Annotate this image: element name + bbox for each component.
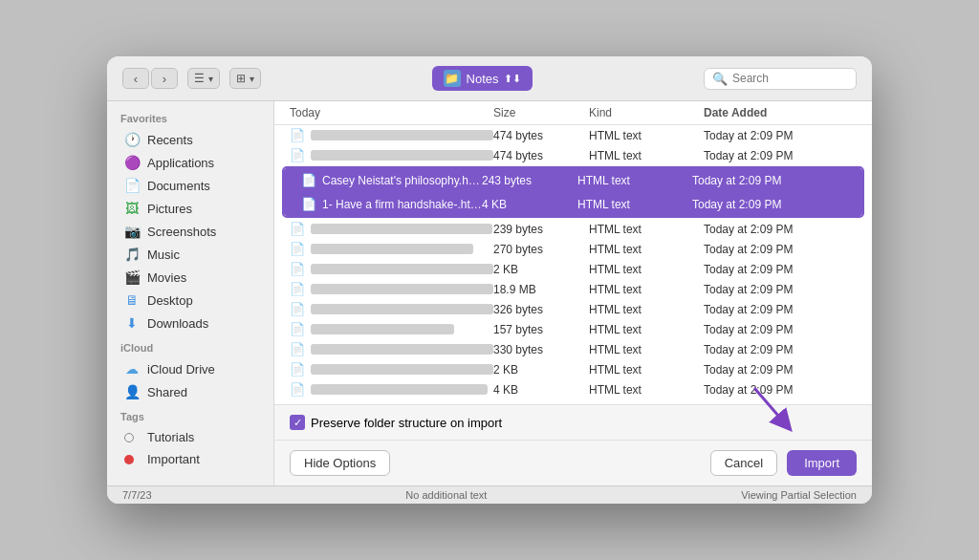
- file-name-blurred: [311, 130, 493, 140]
- file-kind: HTML text: [589, 363, 704, 377]
- list-item[interactable]: 📄 2 KB HTML text Today at 2:09 PM: [274, 259, 872, 279]
- list-item[interactable]: 📄 474 bytes HTML text Today at 2:09 PM: [274, 125, 872, 145]
- file-icon: 📄: [290, 342, 305, 356]
- file-kind: HTML text: [577, 174, 692, 187]
- list-icon: ☰: [194, 72, 205, 85]
- sidebar: Favorites 🕐 Recents 🟣 Applications 📄 Doc…: [107, 101, 274, 485]
- file-size: 239 bytes: [493, 223, 589, 236]
- file-size: 2 KB: [493, 363, 589, 377]
- sidebar-item-music[interactable]: 🎵 Music: [111, 243, 270, 266]
- list-item[interactable]: 📄 4 KB HTML text Today at 2:09 PM: [274, 379, 872, 399]
- search-input[interactable]: [732, 72, 848, 85]
- status-selection: Viewing Partial Selection: [741, 489, 857, 501]
- status-date: 7/7/23: [122, 489, 152, 501]
- file-list-body: 📄 474 bytes HTML text Today at 2:09 PM 📄…: [274, 125, 872, 404]
- sidebar-item-screenshots[interactable]: 📷 Screenshots: [111, 220, 270, 243]
- preserve-checkbox[interactable]: ✓: [290, 415, 305, 430]
- file-icon: 📄: [290, 148, 305, 162]
- file-name-blurred: [311, 264, 493, 274]
- file-date: Today at 2:09 PM: [704, 129, 857, 142]
- file-size: 474 bytes: [493, 129, 589, 142]
- file-size: 157 bytes: [493, 323, 589, 336]
- col-kind: Kind: [589, 106, 704, 119]
- file-size: 2 KB: [493, 263, 589, 276]
- file-size: 270 bytes: [493, 243, 589, 256]
- list-item[interactable]: 📄 2 KB HTML text Today at 2:09 PM: [274, 359, 872, 379]
- file-name-blurred: [311, 150, 493, 161]
- file-size: 330 bytes: [493, 343, 589, 356]
- list-item[interactable]: 📄 157 bytes HTML text Today at 2:09 PM: [274, 319, 872, 339]
- file-list-header: Today Size Kind Date Added: [274, 101, 872, 125]
- forward-button[interactable]: ›: [151, 68, 178, 89]
- import-button[interactable]: Import: [787, 450, 857, 476]
- file-name: 1- Have a firm handshake-.html: [322, 198, 482, 211]
- sidebar-item-recents-label: Recents: [147, 133, 193, 147]
- list-item[interactable]: 📄 474 bytes HTML text Today at 2:09 PM: [274, 145, 872, 165]
- file-kind: HTML text: [589, 263, 704, 276]
- file-name-cell: 📄: [290, 282, 493, 296]
- file-name-blurred: [311, 224, 492, 234]
- sidebar-item-movies[interactable]: 🎬 Movies: [111, 266, 270, 289]
- file-kind: HTML text: [589, 343, 704, 356]
- desktop-icon: 🖥: [124, 292, 140, 308]
- sidebar-item-icloud-drive[interactable]: ☁ iCloud Drive: [111, 357, 270, 380]
- location-chevron-icon: ⬆⬇: [504, 73, 521, 85]
- location-pill[interactable]: 📁 Notes ⬆⬇: [432, 66, 533, 91]
- status-bar: 7/7/23 No additional text Viewing Partia…: [107, 485, 872, 504]
- file-icon: 📄: [290, 222, 305, 236]
- file-date: Today at 2:09 PM: [704, 363, 857, 377]
- recents-icon: 🕐: [124, 132, 140, 147]
- file-date: Today at 2:09 PM: [704, 223, 857, 236]
- file-kind: HTML text: [589, 243, 704, 256]
- file-icon: 📄: [290, 128, 305, 142]
- hide-options-button[interactable]: Hide Options: [290, 450, 390, 476]
- sidebar-item-applications[interactable]: 🟣 Applications: [111, 151, 270, 174]
- list-item[interactable]: 📄 1- Have a firm handshake-.html 4 KB HT…: [284, 192, 862, 216]
- file-icon: 📄: [290, 362, 305, 377]
- file-date: Today at 2:09 PM: [692, 198, 845, 211]
- cancel-button[interactable]: Cancel: [710, 450, 777, 476]
- selection-border: 📄 Casey Neistat's philosophy.html 243 by…: [282, 166, 864, 218]
- sidebar-item-downloads[interactable]: ⬇ Downloads: [111, 312, 270, 334]
- list-item[interactable]: 📄 330 bytes HTML text Today at 2:09 PM: [274, 339, 872, 359]
- file-name-cell: 📄: [290, 302, 493, 316]
- icloud-section: iCloud ☁ iCloud Drive 👤 Shared: [107, 340, 273, 403]
- sidebar-item-tutorials[interactable]: Tutorials: [111, 426, 270, 448]
- status-note: No additional text: [405, 489, 487, 501]
- file-kind: HTML text: [589, 323, 704, 336]
- sidebar-item-pictures[interactable]: 🖼 Pictures: [111, 197, 270, 220]
- action-bar: Hide Options Cancel Import: [274, 440, 872, 485]
- sidebar-item-shared[interactable]: 👤 Shared: [111, 380, 270, 403]
- favorites-section: Favorites 🕐 Recents 🟣 Applications 📄 Doc…: [107, 111, 273, 334]
- file-name-cell: 📄: [290, 148, 493, 162]
- sidebar-item-icloud-label: iCloud Drive: [147, 362, 215, 377]
- back-button[interactable]: ‹: [122, 68, 149, 89]
- list-item[interactable]: 📄 239 bytes HTML text Today at 2:09 PM: [274, 219, 872, 239]
- file-name: Casey Neistat's philosophy.html: [322, 174, 482, 187]
- list-item[interactable]: 📄 18.9 MB HTML text Today at 2:09 PM: [274, 279, 872, 299]
- file-size: 243 bytes: [482, 174, 577, 187]
- sidebar-item-documents[interactable]: 📄 Documents: [111, 174, 270, 197]
- grid-view-selector[interactable]: ⊞ ▾: [229, 68, 261, 89]
- sidebar-item-screenshots-label: Screenshots: [147, 225, 216, 239]
- list-item[interactable]: 📄 326 bytes HTML text Today at 2:09 PM: [274, 299, 872, 319]
- file-date: Today at 2:09 PM: [704, 383, 857, 397]
- sidebar-item-recents[interactable]: 🕐 Recents: [111, 128, 270, 151]
- list-item[interactable]: 📄 Casey Neistat's philosophy.html 243 by…: [284, 168, 862, 192]
- sidebar-item-important[interactable]: Important: [111, 448, 270, 470]
- list-item[interactable]: 📄 270 bytes HTML text Today at 2:09 PM: [274, 239, 872, 259]
- file-icon: 📄: [290, 382, 305, 397]
- file-kind: HTML text: [589, 129, 704, 142]
- file-icon: 📄: [290, 302, 305, 316]
- documents-icon: 📄: [124, 178, 140, 193]
- file-name-cell: 📄: [290, 262, 493, 276]
- file-list-panel: Today Size Kind Date Added 📄 474 bytes H…: [274, 101, 872, 485]
- important-tag-icon: [124, 455, 140, 464]
- file-icon: 📄: [290, 262, 305, 276]
- list-view-selector[interactable]: ☰ ▾: [187, 68, 220, 89]
- nav-buttons: ‹ ›: [122, 68, 178, 89]
- sidebar-item-desktop[interactable]: 🖥 Desktop: [111, 289, 270, 312]
- file-name-blurred: [311, 304, 493, 314]
- file-name-cell: 📄 Casey Neistat's philosophy.html: [301, 173, 482, 187]
- file-date: Today at 2:09 PM: [704, 303, 857, 316]
